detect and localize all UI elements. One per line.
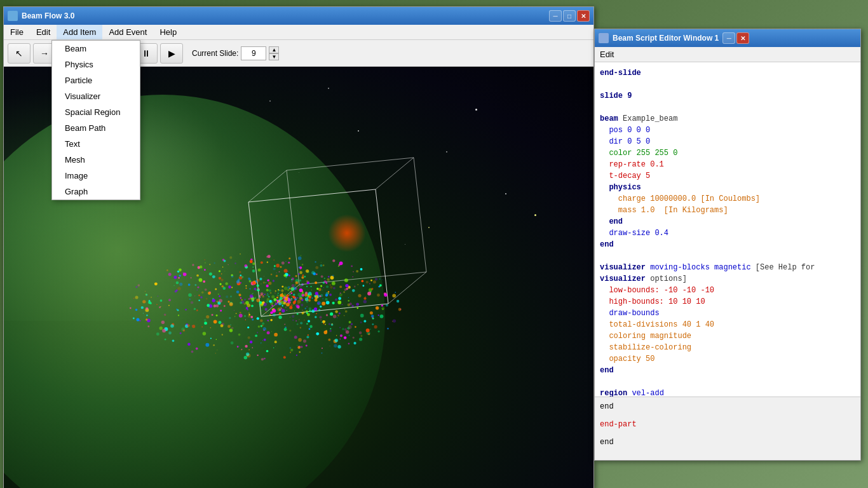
minimize-button[interactable]: ─ xyxy=(549,10,562,22)
add-item-dropdown: Beam Physics Particle Visualizer Spacial… xyxy=(51,40,140,200)
title-bar-buttons: ─ □ ✕ xyxy=(549,10,590,22)
script-editor-window: Beam Script Editor Window 1 ─ ✕ Edit end… xyxy=(594,29,861,461)
slide-up-arrow[interactable]: ▲ xyxy=(269,46,279,53)
menu-add-event[interactable]: Add Event xyxy=(102,25,153,39)
menu-bar: File Edit Add Item Add Event Help Beam P… xyxy=(4,25,593,40)
main-window: Beam Flow 3.0 ─ □ ✕ File Edit Add Item A… xyxy=(3,6,594,488)
main-window-title: Beam Flow 3.0 xyxy=(22,11,545,20)
main-title-bar: Beam Flow 3.0 ─ □ ✕ xyxy=(4,7,593,25)
dropdown-beam-path[interactable]: Beam Path xyxy=(52,120,140,136)
slide-control: Current Slide: ▲ ▼ xyxy=(192,46,279,60)
script-window-title: Beam Script Editor Window 1 xyxy=(613,34,719,43)
dropdown-spacial-region[interactable]: Spacial Region xyxy=(52,104,140,120)
slide-down-arrow[interactable]: ▼ xyxy=(269,53,279,60)
slide-label: Current Slide: xyxy=(192,49,238,58)
script-content[interactable]: end-slide slide 9 beam Example_beam pos … xyxy=(595,62,860,396)
dropdown-image[interactable]: Image xyxy=(52,168,140,184)
dropdown-text[interactable]: Text xyxy=(52,136,140,152)
dropdown-beam[interactable]: Beam xyxy=(52,41,140,57)
close-button[interactable]: ✕ xyxy=(577,10,590,22)
slide-arrows: ▲ ▼ xyxy=(269,46,279,60)
select-tool-button[interactable]: ↖ xyxy=(8,43,31,64)
menu-edit[interactable]: Edit xyxy=(30,25,57,39)
dropdown-visualizer[interactable]: Visualizer xyxy=(52,88,140,104)
menu-help[interactable]: Help xyxy=(153,25,183,39)
menu-add-item[interactable]: Add Item xyxy=(57,25,102,39)
maximize-button[interactable]: □ xyxy=(563,10,576,22)
desktop: Beam Flow 3.0 ─ □ ✕ File Edit Add Item A… xyxy=(0,0,868,488)
script-title-bar: Beam Script Editor Window 1 ─ ✕ xyxy=(595,29,860,47)
dropdown-physics[interactable]: Physics xyxy=(52,57,140,72)
script-title-buttons: ─ ✕ xyxy=(722,32,749,44)
play-button[interactable]: ▶ xyxy=(160,43,183,64)
script-close-button[interactable]: ✕ xyxy=(736,32,749,44)
script-menu-bar: Edit xyxy=(595,47,860,62)
dropdown-particle[interactable]: Particle xyxy=(52,72,140,88)
slide-input[interactable] xyxy=(241,46,266,60)
script-footer[interactable]: end end-part end xyxy=(595,396,860,460)
dropdown-graph[interactable]: Graph xyxy=(52,184,140,200)
script-minimize-button[interactable]: ─ xyxy=(722,32,735,44)
script-icon xyxy=(599,33,609,43)
menu-file[interactable]: File xyxy=(4,25,30,39)
app-icon xyxy=(8,11,18,21)
dropdown-mesh[interactable]: Mesh xyxy=(52,152,140,168)
script-menu-edit[interactable]: Edit xyxy=(600,50,614,59)
